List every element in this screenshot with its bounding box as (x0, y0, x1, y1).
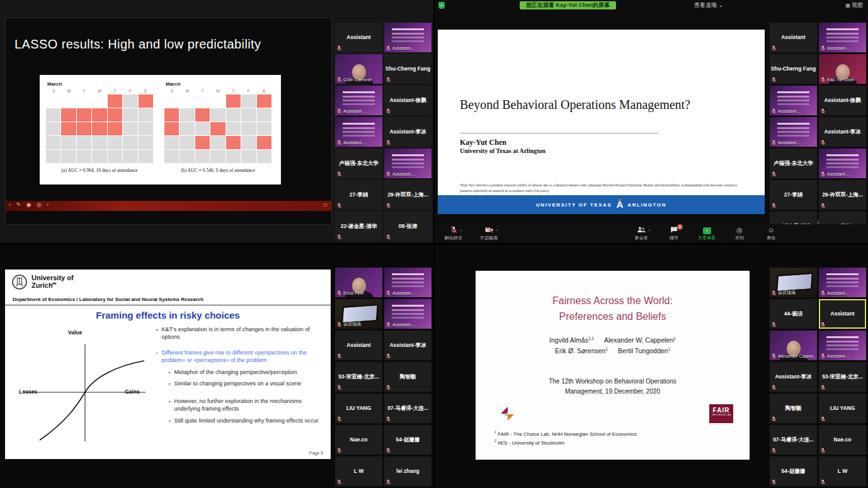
participant-row: Nae.co54-赵姗姗 (335, 425, 432, 455)
bullet-item: ▪Metaphor of the changing perspective/pe… (169, 369, 328, 377)
participant-tile-audio[interactable]: Assistant (335, 23, 382, 52)
participant-row: 27-李娟29-许双双-上海... (770, 180, 867, 210)
participant-tile-audio[interactable]: Assistant-李冰 (384, 117, 431, 147)
author-superscript: 1 (673, 336, 676, 341)
participant-tile-poster[interactable]: Assistant-... (335, 117, 382, 147)
participant-name: Assistant-徐鹏 (384, 86, 431, 115)
previous-slide-icon[interactable] (9, 201, 13, 208)
participant-tile-person[interactable]: Kay-Yut Chen (819, 54, 866, 84)
participant-tile-tablet[interactable]: 会议现场 (335, 299, 382, 329)
participant-tile-audio[interactable]: 27-李娟 (770, 180, 817, 210)
participant-tile-poster[interactable]: Assistant-... (384, 149, 431, 178)
shapes-icon[interactable] (37, 201, 43, 208)
participant-tile-audio[interactable]: 07-马睿泽-大连... (770, 425, 817, 455)
participant-tile-poster[interactable]: Assistant-... (335, 86, 382, 115)
laser-pointer-icon[interactable] (26, 201, 33, 208)
participant-name-overlay: Assistant-... (827, 46, 850, 50)
bullet-item: ▪Similar to changing perspectives on a v… (169, 380, 328, 388)
participant-tile-poster[interactable]: Assistant-... (384, 268, 431, 297)
participant-tile-audio[interactable]: 53-宋亚楠-北京... (335, 362, 382, 392)
view-options-dropdown[interactable]: 查看选项 ⌄ (694, 1, 723, 9)
participant-tile-audio[interactable]: 08-张涛 (384, 212, 431, 241)
pen-icon[interactable] (16, 201, 23, 208)
participant-tile-audio[interactable]: 54-赵姗姗 (770, 457, 817, 486)
record-button[interactable]: ◎ 录制 (722, 226, 757, 241)
security-shield-icon[interactable]: ✓ (438, 2, 445, 9)
participant-row: L Wlei zhang (335, 457, 432, 486)
participants-button[interactable]: 参会者 (624, 226, 659, 241)
participant-tile-audio[interactable]: 卢福强-东北大学 (335, 149, 382, 178)
bullet-text: Metaphor of the changing perspective/per… (174, 369, 297, 377)
day-header: S (164, 89, 180, 93)
participant-tile-audio[interactable]: L W (819, 457, 866, 486)
participant-tile-audio[interactable]: 22-谢金星-清华 (335, 212, 382, 241)
participant-name: Assistant (335, 331, 382, 360)
participant-tile-poster[interactable]: Assistant-... (770, 117, 817, 147)
unmute-button[interactable]: 解除静音 (436, 226, 471, 241)
bullet-text: Similar to changing perspectives on a vi… (174, 380, 301, 388)
calendar-cell (164, 136, 179, 149)
meeting-window-bottom-right: Fairness Across the World: Preferences a… (435, 245, 868, 488)
calendar-cell (61, 136, 76, 149)
slide-page-number: Page 5 (309, 451, 323, 455)
participant-tile-poster[interactable]: Assistant-... (819, 149, 866, 178)
participant-tile-audio[interactable]: 29-许双双-上海... (384, 180, 431, 210)
participant-tile-audio[interactable]: Nae.co (335, 425, 382, 455)
chat-button[interactable]: 2 聊天 (656, 226, 692, 241)
participant-tile-audio[interactable]: 44-杨洁 (770, 299, 817, 329)
participant-name-overlay: Assistant-... (392, 46, 416, 50)
university-name: University of Zurich‴ (31, 275, 74, 289)
calendar-cell (195, 108, 210, 122)
participant-tile-audio[interactable]: 陶智颖 (384, 362, 431, 392)
participant-tile-audio[interactable]: LIU YANG (819, 394, 866, 423)
start-video-button[interactable]: 开启视频 (471, 226, 506, 241)
shared-slide-framing: University of Zurich‴ Department of Econ… (5, 270, 331, 459)
participant-tile-audio[interactable]: LIU YANG (335, 394, 382, 423)
participant-tile-audio[interactable]: Assistant-李冰 (384, 331, 431, 360)
participant-tile-audio[interactable]: 53-宋亚楠-北京... (819, 362, 866, 392)
participant-tile-audio[interactable]: Assistant (770, 23, 817, 52)
participant-tile-audio[interactable]: Shu-Cherng Fang (384, 54, 431, 84)
mic-muted-icon (385, 45, 391, 51)
participant-tile-audio[interactable]: 54-赵姗姗 (384, 425, 431, 455)
participant-tile-audio[interactable]: 卢福强-东北大学 (770, 149, 817, 178)
participant-tile-poster[interactable]: Assistant-... (770, 86, 817, 115)
participant-tile-audio[interactable]: Assistant-李冰 (770, 362, 817, 392)
participant-name: 陶智颖 (770, 394, 817, 423)
participant-row: 会议现场Assistant-... (335, 299, 432, 329)
participant-tile-audio[interactable]: Assistant (335, 331, 382, 360)
participant-name: 27-李娟 (770, 180, 817, 210)
author: Ingvild Almås1,2 (549, 336, 594, 344)
reactions-button[interactable]: ☺ 表情 (753, 226, 789, 241)
participant-tile-audio[interactable]: Assistant-徐鹏 (384, 86, 431, 115)
share-screen-icon: ↑ (689, 226, 724, 234)
participant-tile-audio[interactable]: Shu-Cherng Fang (770, 54, 817, 84)
participant-tile-audio[interactable]: L W (335, 457, 382, 486)
participant-tile-audio[interactable]: 27-李娟 (335, 180, 382, 210)
calendar-b: MarchSMTWTFS(b) AUC = 0.546, 9 days of a… (164, 80, 271, 179)
participant-tile-poster[interactable]: Assistant-... (384, 23, 431, 52)
participant-tile-poster[interactable]: Assistant-... (819, 331, 866, 360)
participant-tile-audio[interactable]: Assistant-徐鹏 (819, 86, 866, 115)
view-button[interactable]: 视图 (845, 1, 863, 9)
participant-tile-audio[interactable]: lei zhang (384, 457, 431, 486)
participant-tile-poster[interactable]: Assistant-... (819, 268, 866, 297)
participant-tile-audio[interactable]: Assistant (819, 299, 866, 329)
tile-foot: Assistant-... (385, 290, 416, 296)
participant-tile-poster[interactable]: Assistant-... (819, 23, 866, 52)
share-screen-button[interactable]: ↑ 共享屏幕 (689, 226, 724, 241)
participant-tile-poster[interactable]: Assistant-... (384, 299, 431, 329)
day-header: F (122, 89, 137, 93)
participant-tile-audio[interactable]: Assistant-李冰 (819, 117, 866, 147)
next-slide-icon[interactable] (47, 201, 50, 208)
mic-muted-icon (771, 140, 777, 145)
participant-tile-person[interactable]: Ernst Fehr (335, 268, 382, 297)
participant-tile-audio[interactable]: 29-许双双-上海... (819, 180, 866, 210)
participant-tile-audio[interactable]: Nae.co (819, 425, 866, 455)
participant-tile-audio[interactable]: 07-马睿泽-大连... (384, 394, 431, 423)
participant-tile-tablet[interactable]: 会议现场 (770, 268, 817, 297)
bullet-item: ▪However, no further exploration in the … (169, 398, 328, 412)
participant-tile-person[interactable]: Alexander Cappel... (770, 331, 817, 360)
participant-tile-person[interactable]: Colin Camerer (335, 54, 382, 84)
participant-tile-audio[interactable]: 陶智颖 (770, 394, 817, 423)
